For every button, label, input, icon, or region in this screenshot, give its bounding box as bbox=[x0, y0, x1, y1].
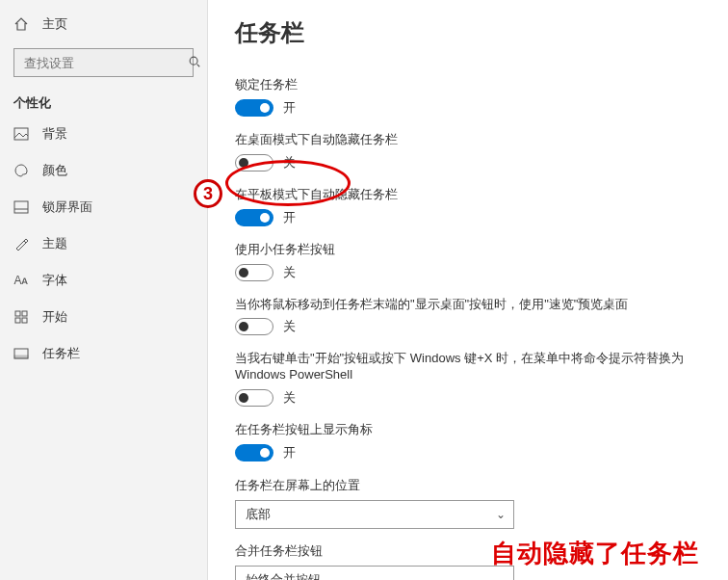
search-input[interactable] bbox=[22, 55, 188, 71]
home-icon bbox=[13, 16, 29, 32]
setting-label: 当你将鼠标移动到任务栏末端的"显示桌面"按钮时，使用"速览"预览桌面 bbox=[235, 297, 709, 313]
toggle-state-text: 关 bbox=[283, 154, 296, 171]
toggle-switch[interactable] bbox=[235, 154, 273, 171]
setting-label: 使用小任务栏按钮 bbox=[235, 242, 709, 258]
sidebar-item-taskbar[interactable]: 任务栏 bbox=[0, 335, 207, 372]
setting-group: 在平板模式下自动隐藏任务栏开 bbox=[235, 187, 709, 226]
annotation-badge: 3 bbox=[194, 179, 222, 208]
sidebar-item-themes[interactable]: 主题 bbox=[0, 225, 207, 262]
sidebar-item-lockscreen[interactable]: 锁屏界面 bbox=[0, 189, 207, 225]
setting-label: 当我右键单击"开始"按钮或按下 Windows 键+X 时，在菜单中将命令提示符… bbox=[235, 351, 709, 383]
svg-rect-7 bbox=[15, 318, 20, 323]
toggle-state-text: 开 bbox=[283, 99, 296, 117]
start-icon bbox=[13, 310, 29, 324]
toggle-state-text: 开 bbox=[283, 209, 296, 226]
toggle-switch[interactable] bbox=[235, 444, 273, 461]
chevron-down-icon: ⌄ bbox=[496, 573, 506, 580]
sidebar-item-background[interactable]: 背景 bbox=[0, 116, 207, 152]
setting-group: 当我右键单击"开始"按钮或按下 Windows 键+X 时，在菜单中将命令提示符… bbox=[235, 351, 709, 407]
lockscreen-icon bbox=[13, 200, 29, 214]
svg-rect-3 bbox=[14, 201, 28, 213]
setting-group: 当你将鼠标移动到任务栏末端的"显示桌面"按钮时，使用"速览"预览桌面关 bbox=[235, 297, 709, 336]
sidebar: 主页 个性化 背景 颜色 锁屏界面 主题 Aᴀ 字体 bbox=[0, 0, 208, 580]
toggle-switch[interactable] bbox=[235, 99, 273, 117]
dropdown[interactable]: 始终合并按钮⌄ bbox=[235, 566, 514, 580]
sidebar-item-start[interactable]: 开始 bbox=[0, 299, 207, 335]
chevron-down-icon: ⌄ bbox=[496, 508, 506, 521]
dropdown[interactable]: 底部⌄ bbox=[235, 500, 514, 529]
svg-point-0 bbox=[190, 57, 197, 65]
search-box[interactable] bbox=[13, 48, 194, 77]
sidebar-item-label: 字体 bbox=[42, 272, 67, 289]
setting-label: 在桌面模式下自动隐藏任务栏 bbox=[235, 132, 709, 148]
dropdown-label: 任务栏在屏幕上的位置 bbox=[235, 477, 709, 494]
svg-rect-6 bbox=[22, 311, 27, 316]
font-icon: Aᴀ bbox=[13, 274, 29, 287]
setting-label: 锁定任务栏 bbox=[235, 77, 709, 93]
svg-rect-8 bbox=[22, 318, 27, 323]
setting-group: 锁定任务栏开 bbox=[235, 77, 709, 117]
theme-icon bbox=[13, 236, 29, 251]
svg-rect-5 bbox=[15, 311, 20, 316]
sidebar-item-colors[interactable]: 颜色 bbox=[0, 152, 207, 189]
setting-group: 在任务栏按钮上显示角标开 bbox=[235, 422, 709, 461]
setting-group: 在桌面模式下自动隐藏任务栏关 bbox=[235, 132, 709, 171]
setting-label: 在平板模式下自动隐藏任务栏 bbox=[235, 187, 709, 203]
toggle-state-text: 关 bbox=[283, 389, 296, 407]
dropdown-value: 始终合并按钮 bbox=[246, 571, 321, 580]
search-icon bbox=[188, 55, 201, 71]
dropdown-value: 底部 bbox=[246, 506, 271, 523]
sidebar-item-label: 开始 bbox=[42, 308, 67, 326]
sidebar-section-title: 个性化 bbox=[0, 87, 207, 116]
setting-group: 使用小任务栏按钮关 bbox=[235, 242, 709, 281]
main-panel: 任务栏 锁定任务栏开在桌面模式下自动隐藏任务栏关在平板模式下自动隐藏任务栏开使用… bbox=[208, 0, 728, 580]
sidebar-item-label: 任务栏 bbox=[42, 345, 80, 362]
toggle-state-text: 关 bbox=[283, 318, 296, 335]
taskbar-icon bbox=[13, 348, 29, 359]
toggle-switch[interactable] bbox=[235, 209, 273, 226]
nav-home-label: 主页 bbox=[42, 15, 67, 33]
palette-icon bbox=[13, 163, 29, 178]
picture-icon bbox=[13, 127, 29, 141]
sidebar-item-label: 颜色 bbox=[42, 162, 67, 179]
toggle-switch[interactable] bbox=[235, 264, 273, 281]
sidebar-item-fonts[interactable]: Aᴀ 字体 bbox=[0, 262, 207, 299]
sidebar-item-label: 锁屏界面 bbox=[42, 198, 92, 216]
svg-line-1 bbox=[197, 64, 200, 66]
setting-label: 在任务栏按钮上显示角标 bbox=[235, 422, 709, 438]
sidebar-item-label: 背景 bbox=[42, 125, 67, 143]
sidebar-item-label: 主题 bbox=[42, 235, 67, 252]
page-title: 任务栏 bbox=[235, 17, 709, 48]
toggle-state-text: 关 bbox=[283, 264, 296, 281]
toggle-switch[interactable] bbox=[235, 318, 273, 335]
annotation-caption: 自动隐藏了任务栏 bbox=[491, 537, 699, 570]
toggle-state-text: 开 bbox=[283, 444, 296, 461]
nav-home[interactable]: 主页 bbox=[0, 10, 207, 39]
svg-rect-10 bbox=[14, 356, 28, 358]
toggle-switch[interactable] bbox=[235, 389, 273, 407]
